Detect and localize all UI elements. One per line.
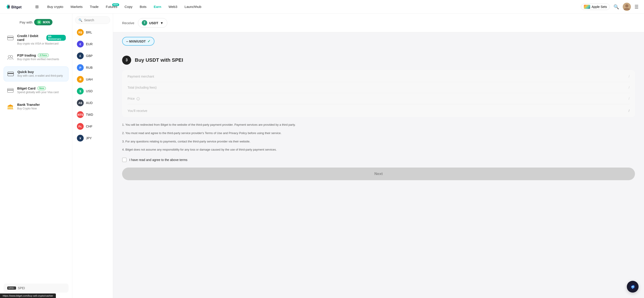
pair-label: -- MXN/USDT bbox=[126, 40, 146, 43]
nav-trade[interactable]: Trade bbox=[86, 3, 102, 10]
p2p-info: P2P trading 0 Fees Buy crypto from verif… bbox=[17, 53, 59, 61]
svg-rect-13 bbox=[9, 106, 10, 109]
svg-text:Bitget: Bitget bbox=[11, 5, 22, 9]
buy-usdt-title: Buy USDT with SPEI bbox=[135, 57, 183, 63]
payment-method-bank-transfer[interactable]: Bank Transfer Buy Crypto Now bbox=[4, 100, 68, 114]
currency-item-aud[interactable]: A$ AUD bbox=[75, 97, 110, 108]
svg-rect-4 bbox=[8, 37, 13, 38]
total-fees-label: Total (including fees) bbox=[128, 86, 156, 89]
payment-method-credit-debit[interactable]: Credit / Debit card 6th Anniversary Buy … bbox=[4, 31, 68, 48]
apps-icon[interactable]: ⊞ bbox=[35, 4, 39, 9]
svg-marker-17 bbox=[8, 104, 13, 106]
next-button[interactable]: Next bbox=[122, 168, 635, 180]
jpy-flag: ¥ bbox=[77, 135, 84, 142]
nav-bots[interactable]: Bots bbox=[136, 3, 150, 10]
svg-point-6 bbox=[10, 56, 13, 58]
search-button[interactable]: 🔍 bbox=[614, 4, 619, 10]
svg-point-2 bbox=[625, 4, 628, 8]
agree-checkbox[interactable] bbox=[122, 158, 127, 162]
bitget-card-icon bbox=[6, 86, 14, 94]
total-fees-row: Total (including fees) / bbox=[128, 86, 630, 89]
currency-list: R$ BRL € EUR £ GBP P RUB ₴ UAH $ USD bbox=[75, 27, 110, 144]
twd-flag: NT$ bbox=[77, 111, 84, 118]
payment-method-p2p[interactable]: P2P trading 0 Fees Buy crypto from verif… bbox=[4, 50, 68, 65]
price-row: Price i / bbox=[128, 97, 630, 100]
spei-option[interactable]: SPEI: SPEI bbox=[4, 284, 68, 292]
nav-copy[interactable]: Copy bbox=[122, 3, 136, 10]
svg-point-21 bbox=[633, 286, 634, 287]
payment-merchant-label: Payment merchant bbox=[128, 74, 154, 78]
buy-usdt-panel: 3 Buy USDT with SPEI Payment merchant / … bbox=[113, 50, 644, 298]
currency-item-jpy[interactable]: ¥ JPY bbox=[75, 132, 110, 144]
currency-item-brl[interactable]: R$ BRL bbox=[75, 27, 110, 38]
nav-markets[interactable]: Markets bbox=[68, 3, 86, 10]
svg-rect-14 bbox=[10, 106, 11, 109]
user-avatar[interactable] bbox=[623, 3, 631, 11]
pair-tag[interactable]: -- MXN/USDT ✓ bbox=[122, 37, 154, 46]
anniv-badge: 6th Anniversary bbox=[46, 35, 66, 41]
eur-flag: € bbox=[77, 41, 84, 48]
gbp-flag: £ bbox=[77, 52, 84, 59]
check-icon: ✓ bbox=[148, 39, 150, 44]
chf-flag: Fr. bbox=[77, 123, 84, 130]
quick-buy-desc: Buy with card, e-wallet and third-party bbox=[18, 74, 63, 77]
brand-logo[interactable]: Bitget bbox=[6, 3, 28, 10]
quick-buy-icon bbox=[6, 70, 15, 78]
currency-item-gbp[interactable]: £ GBP bbox=[75, 50, 110, 62]
uah-flag: ₴ bbox=[77, 76, 84, 83]
svg-rect-15 bbox=[12, 106, 13, 109]
terms-list: 1. You will be redirected from Bitget to… bbox=[122, 122, 635, 152]
you-receive-row: You'll receive / bbox=[128, 109, 630, 112]
p2p-icon bbox=[6, 53, 14, 62]
pair-tag-area: -- MXN/USDT ✓ bbox=[113, 32, 644, 50]
buy-usdt-header: 3 Buy USDT with SPEI bbox=[122, 56, 635, 65]
svg-rect-11 bbox=[8, 106, 13, 106]
usdt-selector[interactable]: T USDT ▼ bbox=[138, 18, 167, 28]
brl-flag: R$ bbox=[77, 29, 84, 36]
currency-item-twd[interactable]: NT$ TWD bbox=[75, 109, 110, 120]
p2p-title: P2P trading 0 Fees bbox=[17, 53, 59, 57]
currency-item-chf[interactable]: Fr. CHF bbox=[75, 121, 110, 132]
spei-logo: SPEI: bbox=[7, 286, 16, 290]
currency-search-box[interactable]: 🔍 bbox=[75, 16, 110, 24]
usdt-icon: T bbox=[142, 20, 147, 26]
currency-badge[interactable]: M MXN bbox=[34, 19, 52, 25]
apple-sets-icon bbox=[584, 5, 590, 9]
payment-method-quick-buy[interactable]: Quick buy Buy with card, e-wallet and th… bbox=[4, 66, 68, 82]
receive-label: Receive bbox=[122, 21, 134, 25]
navbar-right: Apple Sets 🔍 ☰ bbox=[581, 3, 638, 11]
total-fees-value: / bbox=[628, 86, 630, 89]
credit-card-icon bbox=[6, 34, 14, 42]
menu-button[interactable]: ☰ bbox=[634, 4, 638, 10]
spei-label: SPEI bbox=[18, 286, 25, 290]
bitget-card-info: Bitget Card New Spend globally with your… bbox=[17, 86, 58, 94]
status-bar: https://www.bitget.com/buy-sell-crypto/c… bbox=[0, 294, 56, 298]
main-content: Pay with M MXN Credit / Debit card 6th A… bbox=[0, 14, 644, 298]
svg-rect-10 bbox=[8, 90, 13, 90]
currency-item-uah[interactable]: ₴ UAH bbox=[75, 74, 110, 85]
nav-web3[interactable]: Web3 bbox=[165, 3, 180, 10]
search-input[interactable] bbox=[84, 18, 107, 22]
usd-flag: $ bbox=[77, 88, 84, 94]
currency-item-usd[interactable]: $ USD bbox=[75, 86, 110, 97]
payment-merchant-value: / bbox=[628, 74, 630, 78]
term-2: 2. You must read and agree to the third-… bbox=[122, 131, 635, 136]
info-card: Payment merchant / Total (including fees… bbox=[122, 70, 635, 117]
currency-item-eur[interactable]: € EUR bbox=[75, 38, 110, 50]
payment-method-bitget-card[interactable]: Bitget Card New Spend globally with your… bbox=[4, 83, 68, 98]
nav-launchhub[interactable]: Launchhub bbox=[181, 3, 204, 10]
nav-earn[interactable]: Earn bbox=[150, 3, 164, 10]
currency-item-rub[interactable]: P RUB bbox=[75, 62, 110, 73]
svg-point-5 bbox=[8, 56, 10, 58]
payment-method-panel: Pay with M MXN Credit / Debit card 6th A… bbox=[0, 14, 72, 298]
new-badge: New bbox=[37, 86, 46, 90]
apple-sets-button[interactable]: Apple Sets bbox=[581, 4, 610, 10]
support-bubble[interactable] bbox=[627, 281, 638, 292]
nav-buy-crypto[interactable]: Buy crypto bbox=[44, 3, 66, 10]
info-divider-3 bbox=[128, 104, 630, 104]
chevron-down-icon: ▼ bbox=[160, 21, 164, 25]
term-3: 3. For any questions relating to payment… bbox=[122, 139, 635, 144]
you-receive-label: You'll receive bbox=[128, 109, 147, 112]
agree-label[interactable]: I have read and agree to the above terms bbox=[129, 158, 188, 162]
nav-futures[interactable]: Futures NEW bbox=[103, 3, 120, 10]
